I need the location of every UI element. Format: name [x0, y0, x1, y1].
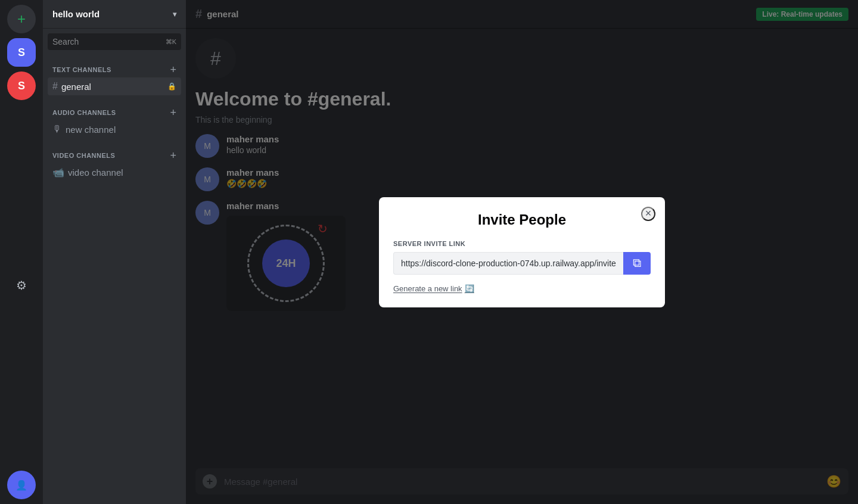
audio-channels-header: AUDIO CHANNELS + — [48, 107, 181, 118]
close-icon: × — [645, 207, 652, 220]
user-avatar[interactable]: 👤 — [7, 471, 36, 499]
audio-channels-section: AUDIO CHANNELS + 🎙 new channel — [43, 98, 186, 141]
channel-name-new-channel: new channel — [66, 125, 176, 135]
invite-modal: × Invite People SERVER INVITE LINK ⧉ Gen… — [379, 197, 665, 307]
channel-item-video-channel[interactable]: 📹 video channel — [48, 163, 181, 182]
add-video-channel-button[interactable]: + — [170, 150, 176, 161]
text-channels-section: TEXT CHANNELS + # general 🔒 — [43, 55, 186, 98]
modal-close-button[interactable]: × — [641, 207, 655, 221]
search-shortcut: ⌘K — [166, 38, 176, 46]
modal-title: Invite People — [393, 211, 651, 228]
invite-link-input[interactable] — [393, 252, 623, 275]
plus-icon: + — [17, 11, 26, 27]
main-content: # general Live: Real-time updates # Welc… — [186, 0, 858, 504]
channel-name-general: general — [61, 82, 164, 92]
server-name: hello world — [52, 9, 100, 19]
video-icon: 📹 — [52, 167, 64, 178]
server-header[interactable]: hello world ▾ — [43, 0, 186, 29]
modal-section-label: SERVER INVITE LINK — [393, 240, 651, 247]
audio-channels-title: AUDIO CHANNELS — [52, 109, 116, 116]
search-label: Search — [52, 37, 166, 46]
video-channels-section: VIDEO CHANNELS + 📹 video channel — [43, 141, 186, 184]
copy-link-button[interactable]: ⧉ — [623, 252, 651, 275]
hash-icon: # — [52, 81, 58, 92]
channel-item-general[interactable]: # general 🔒 — [48, 77, 181, 95]
mic-icon: 🎙 — [52, 124, 62, 135]
server-icon-2[interactable]: S — [7, 71, 36, 100]
chevron-down-icon: ▾ — [173, 10, 176, 18]
server-icon-1[interactable]: S — [7, 38, 36, 67]
add-audio-channel-button[interactable]: + — [170, 107, 176, 118]
server-initials: S — [18, 46, 25, 59]
lock-icon: 🔒 — [167, 82, 176, 91]
generate-link-label: Generate a new link — [393, 284, 462, 293]
avatar-icon: 👤 — [15, 480, 27, 491]
add-text-channel-button[interactable]: + — [170, 64, 176, 75]
channel-item-new-channel[interactable]: 🎙 new channel — [48, 120, 181, 138]
invite-link-row: ⧉ — [393, 252, 651, 275]
channel-sidebar: hello world ▾ Search ⌘K TEXT CHANNELS + … — [43, 0, 186, 504]
channel-name-video-channel: video channel — [68, 167, 176, 178]
text-channels-header: TEXT CHANNELS + — [48, 64, 181, 75]
settings-button[interactable]: ⚙ — [7, 271, 36, 300]
video-channels-header: VIDEO CHANNELS + — [48, 150, 181, 161]
video-channels-title: VIDEO CHANNELS — [52, 152, 115, 159]
modal-overlay[interactable]: × Invite People SERVER INVITE LINK ⧉ Gen… — [186, 0, 858, 504]
gear-icon: ⚙ — [16, 278, 27, 293]
generate-link-button[interactable]: Generate a new link 🔄 — [393, 284, 651, 293]
search-bar[interactable]: Search ⌘K — [48, 33, 181, 50]
server-initials-2: S — [18, 80, 25, 92]
add-server-button[interactable]: + — [7, 5, 36, 33]
refresh-icon: 🔄 — [465, 284, 474, 293]
copy-icon: ⧉ — [633, 256, 641, 270]
text-channels-title: TEXT CHANNELS — [52, 66, 111, 73]
server-sidebar: + S S ⚙ 👤 — [0, 0, 43, 504]
